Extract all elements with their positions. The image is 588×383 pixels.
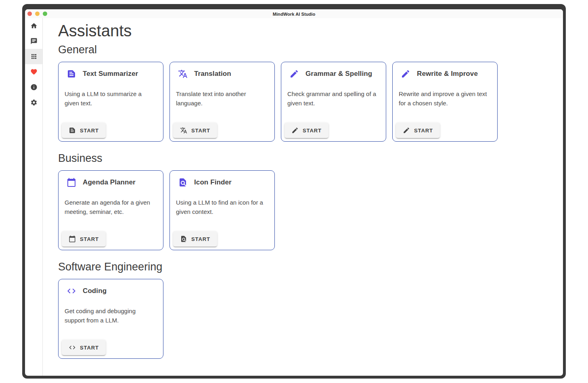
pencil-icon — [289, 69, 299, 79]
card-title: Agenda Planner — [83, 178, 136, 186]
cards-row-general: Text Summarizer Using a LLM to summarize… — [58, 62, 555, 142]
card-header: Coding — [59, 279, 163, 296]
sidebar-item-settings[interactable] — [25, 95, 42, 110]
card-actions: START — [281, 119, 386, 141]
start-button-grammar-spelling[interactable]: START — [285, 123, 329, 138]
code-icon — [67, 286, 76, 296]
card-description: Using a LLM to find an icon for a given … — [170, 187, 274, 216]
start-button-agenda-planner[interactable]: START — [62, 231, 106, 247]
card-description: Translate text into another language. — [170, 79, 274, 108]
code-icon — [69, 344, 76, 351]
pencil-icon — [403, 127, 410, 134]
assistant-card-agenda-planner: Agenda Planner Generate an agenda for a … — [58, 170, 163, 250]
app-window: MindWork AI Studio — [22, 4, 566, 379]
card-title: Translation — [194, 70, 231, 78]
heart-icon — [30, 68, 38, 75]
assistant-card-coding: Coding Get coding and debugging support … — [58, 279, 163, 359]
start-button-label: START — [80, 236, 99, 242]
start-button-icon-finder[interactable]: START — [173, 231, 217, 247]
start-button-translation[interactable]: START — [173, 123, 217, 138]
card-actions: START — [59, 337, 163, 358]
card-actions: START — [170, 228, 274, 250]
assistant-card-icon-finder: Icon Finder Using a LLM to find an icon … — [169, 170, 275, 250]
window-content: MindWork AI Studio — [25, 9, 563, 376]
card-title: Coding — [83, 287, 107, 295]
start-button-label: START — [191, 236, 210, 242]
start-button-label: START — [191, 128, 210, 134]
text-snippet-icon — [67, 69, 76, 79]
titlebar: MindWork AI Studio — [25, 9, 563, 18]
start-button-label: START — [80, 345, 99, 351]
calendar-icon — [67, 178, 76, 187]
assistant-card-rewrite-improve: Rewrite & Improve Rewrite and improve a … — [392, 62, 498, 142]
card-header: Agenda Planner — [59, 171, 163, 187]
calendar-icon — [69, 235, 76, 243]
section-title-software-engineering: Software Engineering — [58, 261, 555, 273]
start-button-label: START — [303, 128, 322, 134]
assistant-card-text-summarizer: Text Summarizer Using a LLM to summarize… — [58, 62, 163, 142]
translate-icon — [180, 127, 187, 134]
start-button-label: START — [80, 128, 99, 134]
text-snippet-icon — [69, 127, 76, 134]
section-title-business: Business — [58, 152, 555, 165]
section-title-general: General — [58, 44, 555, 56]
cards-row-software-engineering: Coding Get coding and debugging support … — [58, 279, 555, 359]
card-description: Generate an agenda for a given meeting, … — [59, 187, 163, 216]
card-title: Icon Finder — [194, 178, 232, 186]
sidebar-item-home[interactable] — [25, 18, 42, 33]
start-button-rewrite-improve[interactable]: START — [396, 123, 440, 138]
cards-row-business: Agenda Planner Generate an agenda for a … — [58, 170, 555, 250]
window-title: MindWork AI Studio — [25, 9, 563, 19]
card-header: Icon Finder — [170, 171, 274, 187]
assistant-card-translation: Translation Translate text into another … — [169, 62, 275, 142]
pencil-icon — [291, 127, 299, 134]
card-title: Text Summarizer — [83, 70, 138, 78]
assistant-card-grammar-spelling: Grammar & Spelling Check grammar and spe… — [281, 62, 386, 142]
translate-icon — [178, 69, 188, 79]
apps-grid-icon — [30, 53, 38, 60]
gear-icon — [30, 99, 38, 106]
card-description: Get coding and debugging support from a … — [59, 296, 163, 325]
card-header: Grammar & Spelling — [281, 62, 386, 79]
find-in-page-icon — [178, 178, 188, 187]
start-button-text-summarizer[interactable]: START — [62, 123, 106, 138]
card-title: Grammar & Spelling — [306, 70, 372, 78]
pencil-icon — [401, 69, 410, 79]
card-description: Rewrite and improve a given text for a c… — [393, 79, 497, 108]
sidebar-item-assistants[interactable] — [25, 49, 42, 64]
start-button-label: START — [414, 128, 433, 134]
card-actions: START — [59, 228, 163, 250]
start-button-coding[interactable]: START — [62, 340, 106, 355]
info-icon — [30, 84, 38, 91]
sidebar-item-about[interactable] — [25, 80, 42, 95]
card-description: Using a LLM to summarize a given text. — [59, 79, 163, 108]
home-icon — [30, 22, 38, 29]
card-header: Translation — [170, 62, 274, 79]
card-description: Check grammar and spelling of a given te… — [281, 79, 386, 108]
sidebar-item-chats[interactable] — [25, 33, 42, 49]
sidebar-item-supporters[interactable] — [25, 64, 42, 80]
card-actions: START — [170, 119, 274, 141]
card-actions: START — [59, 119, 163, 141]
page-title: Assistants — [58, 21, 555, 40]
card-title: Rewrite & Improve — [417, 70, 478, 78]
chat-icon — [30, 38, 38, 45]
card-header: Text Summarizer — [59, 62, 163, 79]
main-content: Assistants General Text Summarizer Using… — [43, 18, 563, 376]
card-header: Rewrite & Improve — [393, 62, 497, 79]
find-in-page-icon — [180, 235, 187, 243]
card-actions: START — [393, 119, 497, 141]
sidebar — [25, 18, 43, 376]
